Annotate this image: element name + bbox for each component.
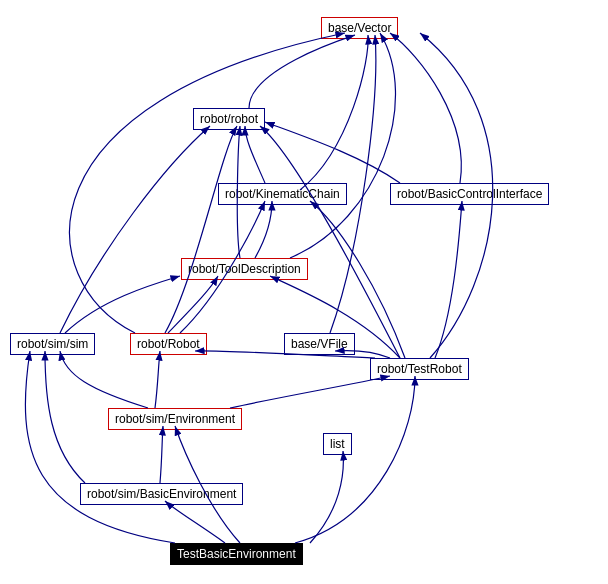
node-robot-test-robot-label: robot/TestRobot <box>377 362 462 376</box>
node-list[interactable]: list <box>323 433 352 455</box>
node-robot-sim-basic-environment-label: robot/sim/BasicEnvironment <box>87 487 236 501</box>
node-robot-sim-basic-environment[interactable]: robot/sim/BasicEnvironment <box>80 483 243 505</box>
node-robot-sim-sim[interactable]: robot/sim/sim <box>10 333 95 355</box>
node-robot-kinematic-chain[interactable]: robot/KinematicChain <box>218 183 347 205</box>
node-robot-tool-description[interactable]: robot/ToolDescription <box>181 258 308 280</box>
node-robot-tool-description-label: robot/ToolDescription <box>188 262 301 276</box>
node-base-vfile[interactable]: base/VFile <box>284 333 355 355</box>
node-robot-test-robot[interactable]: robot/TestRobot <box>370 358 469 380</box>
node-robot-kinematic-chain-label: robot/KinematicChain <box>225 187 340 201</box>
node-robot-robot[interactable]: robot/robot <box>193 108 265 130</box>
node-robot-robot-label: robot/robot <box>200 112 258 126</box>
node-robot-sim-environment[interactable]: robot/sim/Environment <box>108 408 242 430</box>
node-robot-sim-sim-label: robot/sim/sim <box>17 337 88 351</box>
node-base-vfile-label: base/VFile <box>291 337 348 351</box>
node-robot-robot-class-label: robot/Robot <box>137 337 200 351</box>
node-test-basic-environment[interactable]: TestBasicEnvironment <box>170 543 303 565</box>
node-robot-basic-control-interface[interactable]: robot/BasicControlInterface <box>390 183 549 205</box>
node-list-label: list <box>330 437 345 451</box>
node-robot-sim-environment-label: robot/sim/Environment <box>115 412 235 426</box>
node-base-vector-label: base/Vector <box>328 21 391 35</box>
node-robot-basic-control-interface-label: robot/BasicControlInterface <box>397 187 542 201</box>
node-base-vector[interactable]: base/Vector <box>321 17 398 39</box>
node-robot-robot-class[interactable]: robot/Robot <box>130 333 207 355</box>
node-test-basic-environment-label: TestBasicEnvironment <box>177 547 296 561</box>
